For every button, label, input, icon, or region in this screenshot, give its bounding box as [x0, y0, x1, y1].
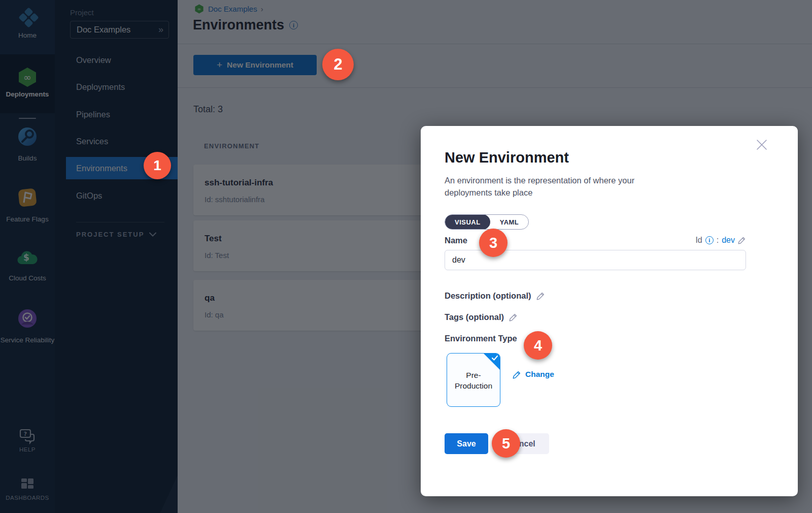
edit-pencil-icon: [513, 370, 521, 379]
info-icon[interactable]: i: [705, 236, 714, 244]
environment-type-value: Pre-Production: [447, 370, 500, 391]
id-row: Id i : dev: [695, 236, 746, 245]
environment-type-label: Environment Type: [445, 334, 517, 343]
annotation-badge-1: 1: [144, 152, 171, 179]
edit-pencil-icon[interactable]: [536, 292, 545, 300]
id-label: Id: [695, 236, 702, 245]
check-icon: [491, 355, 498, 361]
tags-row: Tags (optional): [445, 312, 518, 322]
name-label: Name: [445, 236, 467, 245]
tags-label: Tags (optional): [445, 312, 504, 322]
visual-yaml-toggle: VISUAL YAML: [445, 214, 529, 230]
id-colon: :: [717, 236, 719, 245]
annotation-badge-3: 3: [479, 229, 507, 257]
edit-pencil-icon[interactable]: [509, 313, 518, 322]
close-icon[interactable]: [755, 138, 768, 151]
modal-title: New Environment: [445, 149, 569, 166]
new-environment-modal: New Environment An environment is the re…: [421, 126, 798, 496]
save-button[interactable]: Save: [445, 433, 488, 454]
tab-yaml[interactable]: YAML: [490, 214, 529, 230]
description-label: Description (optional): [445, 291, 531, 301]
modal-subtitle: An environment is the representation of …: [445, 174, 658, 199]
annotation-badge-2: 2: [322, 49, 354, 80]
annotation-badge-4: 4: [524, 331, 552, 360]
tab-visual[interactable]: VISUAL: [445, 214, 490, 230]
change-environment-type-link[interactable]: Change: [513, 370, 554, 379]
environment-type-card-pre-production[interactable]: Pre-Production: [447, 353, 500, 407]
change-link-label: Change: [525, 370, 554, 379]
annotation-badge-5: 5: [492, 429, 520, 458]
edit-pencil-icon[interactable]: [738, 236, 746, 244]
id-value: dev: [722, 236, 735, 245]
description-row: Description (optional): [445, 291, 545, 301]
